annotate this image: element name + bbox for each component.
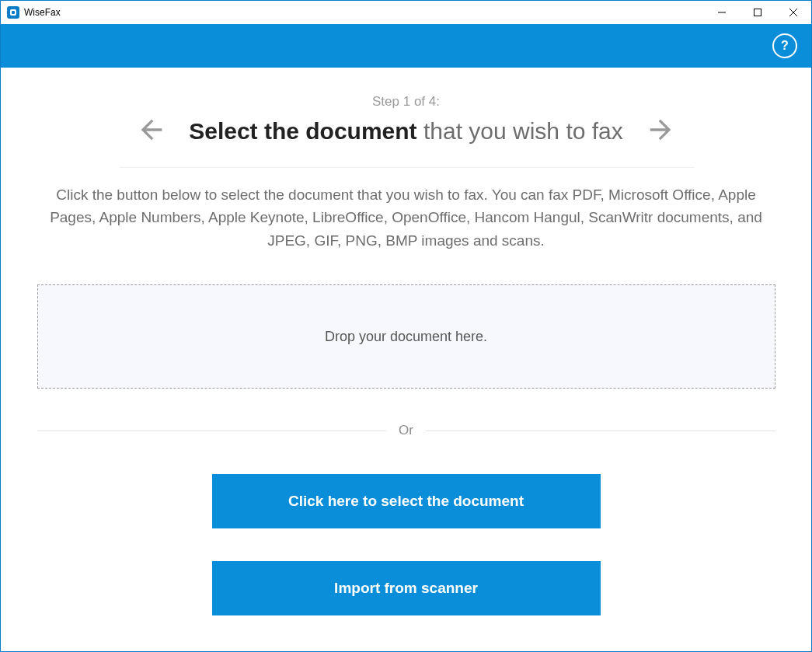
instructions-text: Click the button below to select the doc… — [33, 183, 779, 252]
app-icon — [7, 6, 19, 19]
divider-line — [37, 431, 387, 431]
arrow-right-icon[interactable] — [645, 114, 676, 148]
main-content: Step 1 of 4: Select the document that yo… — [1, 68, 811, 651]
titlebar: WiseFax — [1, 1, 811, 24]
maximize-button[interactable] — [740, 1, 775, 24]
step-title-bold: Select the document — [189, 118, 416, 144]
import-from-scanner-button[interactable]: Import from scanner — [212, 561, 601, 615]
drop-zone-label: Drop your document here. — [325, 329, 487, 345]
step-title-rest: that you wish to fax — [417, 118, 623, 144]
step-heading-row: Select the document that you wish to fax — [32, 114, 780, 148]
svg-rect-1 — [12, 11, 15, 14]
close-button[interactable] — [775, 1, 811, 24]
drop-zone[interactable]: Drop your document here. — [37, 284, 775, 389]
arrow-left-icon[interactable] — [136, 114, 167, 148]
or-label: Or — [399, 423, 413, 438]
window-title: WiseFax — [24, 7, 61, 18]
app-header: ? — [1, 24, 811, 68]
app-window: WiseFax ? Step 1 of 4: Select the docume… — [0, 0, 812, 652]
svg-rect-3 — [754, 9, 761, 16]
separator — [119, 167, 694, 168]
step-title: Select the document that you wish to fax — [189, 118, 623, 145]
divider-line — [426, 431, 775, 431]
minimize-button[interactable] — [704, 1, 740, 24]
select-document-button[interactable]: Click here to select the document — [212, 474, 601, 528]
or-divider: Or — [37, 423, 775, 438]
help-button[interactable]: ? — [772, 33, 797, 58]
step-counter: Step 1 of 4: — [32, 94, 780, 110]
